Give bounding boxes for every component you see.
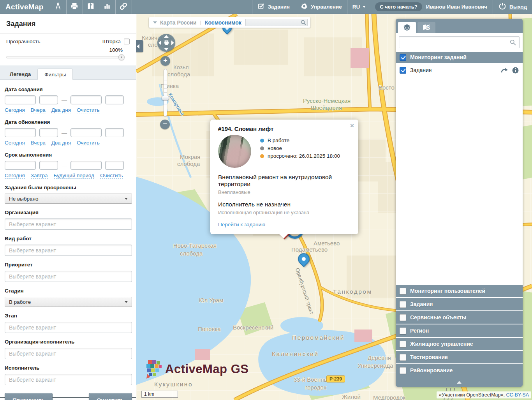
group-checkbox[interactable] xyxy=(400,314,406,321)
menu-admin[interactable]: Управление xyxy=(295,0,347,14)
place-label: слобода xyxy=(177,160,200,167)
curtain-checkbox[interactable] xyxy=(124,39,130,44)
layer-group-user-monitoring[interactable]: Мониторинг пользователей xyxy=(396,285,523,297)
current-user[interactable]: Иванов Иван Иванович xyxy=(425,4,493,10)
tab-layers[interactable] xyxy=(398,22,416,33)
date-created-from-date[interactable] xyxy=(5,95,36,104)
layer-checkbox-checked[interactable] xyxy=(400,67,406,74)
help-pill-button[interactable]: С чего начать? xyxy=(375,2,422,11)
date-created-from-time[interactable] xyxy=(39,95,58,104)
group-checkbox[interactable] xyxy=(400,367,406,374)
link-clear[interactable]: Очистить xyxy=(77,107,100,113)
language-selector[interactable]: RU xyxy=(347,0,371,14)
link-yesterday[interactable]: Вчера xyxy=(31,107,46,113)
info-icon[interactable] xyxy=(512,67,519,74)
overdue-select[interactable]: Не выбрано xyxy=(5,194,132,204)
contractor-org-input[interactable] xyxy=(5,348,132,359)
collapse-groups-button[interactable] xyxy=(396,377,523,387)
share-link-button[interactable] xyxy=(116,0,132,14)
link-today[interactable]: Сегодня xyxy=(5,140,25,146)
link-two-days[interactable]: Два дня xyxy=(51,140,71,146)
layer-group-districting[interactable]: Районирование xyxy=(396,364,523,377)
slider-handle[interactable] xyxy=(118,54,125,60)
zoom-out-button[interactable]: − xyxy=(160,120,170,129)
work-type-input[interactable] xyxy=(5,245,132,256)
link-clear[interactable]: Очистить xyxy=(100,173,123,179)
place-label: 33-й Военный xyxy=(294,376,331,383)
group-checkbox[interactable] xyxy=(400,288,406,294)
link-today[interactable]: Сегодня xyxy=(5,173,25,179)
clear-button[interactable]: Очистить xyxy=(89,393,132,400)
link-today[interactable]: Сегодня xyxy=(5,107,25,113)
chevron-down-icon[interactable] xyxy=(153,21,157,24)
apply-button[interactable]: Применить xyxy=(5,393,53,400)
chevron-down-icon xyxy=(363,6,366,8)
satellite-layer-option[interactable]: Космоснимок xyxy=(205,19,241,26)
date-updated-to-time[interactable] xyxy=(105,128,124,137)
step-input[interactable] xyxy=(5,322,132,333)
stage-select[interactable]: В работе xyxy=(5,297,132,307)
organization-input[interactable] xyxy=(5,219,132,230)
date-created-to-time[interactable] xyxy=(105,95,124,104)
group-checkbox[interactable] xyxy=(400,354,406,361)
place-label: Деревня xyxy=(368,354,391,361)
link-clear[interactable]: Очистить xyxy=(77,140,100,146)
place-label: Восто xyxy=(379,84,395,91)
pan-down-arrow[interactable] xyxy=(164,48,169,51)
pan-up-arrow[interactable] xyxy=(164,35,169,38)
statistics-button[interactable] xyxy=(99,0,115,14)
pan-right-arrow[interactable] xyxy=(171,41,174,45)
pan-left-arrow[interactable] xyxy=(159,41,161,45)
date-updated-from-time[interactable] xyxy=(39,128,58,137)
date-updated-from-date[interactable] xyxy=(5,128,36,137)
transparency-slider[interactable] xyxy=(6,56,122,58)
layer-group-monitoring[interactable]: Мониторинг заданий xyxy=(396,52,523,63)
zoom-slider[interactable] xyxy=(164,69,167,116)
deadline-to-time[interactable] xyxy=(105,161,124,170)
base-layer-option[interactable]: Карта России xyxy=(160,19,197,26)
map-search-input[interactable] xyxy=(245,19,308,26)
group-checkbox[interactable] xyxy=(400,328,406,334)
sidebar-tabs: Легенда Фильтры xyxy=(0,65,136,80)
date-updated-to-date[interactable] xyxy=(70,128,102,137)
date-created-to-date[interactable] xyxy=(70,95,102,104)
layer-group-service-objects[interactable]: Сервисные объекты xyxy=(396,311,523,324)
link-yesterday[interactable]: Вчера xyxy=(31,140,46,146)
tab-legend-help[interactable]: ? xyxy=(417,22,435,33)
layers-search-input[interactable] xyxy=(399,36,520,48)
goto-layer-icon[interactable] xyxy=(501,67,509,73)
measure-tool-button[interactable] xyxy=(50,0,66,14)
group-checkbox[interactable] xyxy=(400,301,406,308)
zoom-in-button[interactable]: + xyxy=(160,56,170,66)
priority-label: Приоритет xyxy=(5,262,132,268)
attribution-license-link[interactable]: CC-BY-SA xyxy=(506,392,529,398)
logout-button[interactable]: Выход xyxy=(493,0,532,14)
link-tomorrow[interactable]: Завтра xyxy=(31,173,48,179)
layer-group-testing[interactable]: Тестирование xyxy=(396,351,523,363)
print-button[interactable] xyxy=(67,0,83,14)
group-checkbox-checked[interactable] xyxy=(400,54,406,61)
deadline-from-time[interactable] xyxy=(39,161,58,170)
goto-task-link[interactable]: Перейти к заданию xyxy=(218,222,265,227)
close-icon[interactable]: × xyxy=(350,122,354,129)
tab-legend[interactable]: Легенда xyxy=(3,69,37,79)
priority-input[interactable] xyxy=(5,271,132,282)
contractor-org-label: Организация-исполнитель xyxy=(5,339,132,345)
layer-group-housing[interactable]: Жилищное управление xyxy=(396,338,523,350)
link-future-period[interactable]: Будущий период xyxy=(54,173,94,179)
layer-group-region[interactable]: Регион xyxy=(396,324,523,337)
layer-row-tasks[interactable]: Задания xyxy=(396,63,523,78)
deadline-from-date[interactable] xyxy=(5,161,36,170)
tab-filters[interactable]: Фильтры xyxy=(37,69,73,80)
assignee-input[interactable] xyxy=(5,374,132,385)
group-checkbox[interactable] xyxy=(400,341,406,347)
group-label: Мониторинг пользователей xyxy=(410,288,485,294)
zoom-slider-handle[interactable] xyxy=(162,96,169,100)
layer-group-tasks[interactable]: Задания xyxy=(396,298,523,310)
menu-tasks[interactable]: Задания xyxy=(252,0,295,14)
guide-button[interactable] xyxy=(83,0,99,14)
deadline-to-date[interactable] xyxy=(70,161,102,170)
collapse-sidebar-button[interactable] xyxy=(136,40,143,52)
pan-control[interactable] xyxy=(157,34,175,52)
link-two-days[interactable]: Два дня xyxy=(51,107,71,113)
